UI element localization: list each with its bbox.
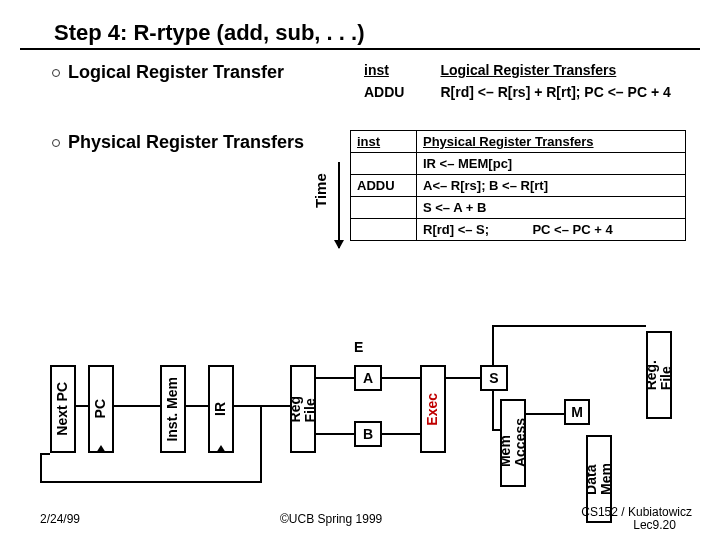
- bullet-marker-icon: [52, 69, 60, 77]
- slide-title: Step 4: R-rtype (add, sub, . . .): [54, 20, 364, 46]
- phys-r2-c1: S <– A + B: [417, 197, 686, 219]
- bullet-marker-icon: [52, 139, 60, 147]
- s-label: S: [489, 370, 498, 386]
- wire: [492, 391, 494, 429]
- phys-r3-c1: R[rd] <– S; PC <– PC + 4: [417, 219, 686, 241]
- b-register: B: [354, 421, 382, 447]
- a-label: A: [363, 370, 373, 386]
- wire: [40, 453, 42, 481]
- wire: [526, 413, 564, 415]
- phys-col-inst: inst: [351, 131, 417, 153]
- logical-col-desc: Logical Register Transfers: [434, 60, 676, 80]
- a-register: A: [354, 365, 382, 391]
- phys-r1-c1: A<– R[rs]; B <– R[rt]: [417, 175, 686, 197]
- reg-file-label: Reg File: [288, 396, 319, 422]
- wire: [382, 433, 420, 435]
- m-label: M: [571, 404, 583, 420]
- phys-r3-c0: [351, 219, 417, 241]
- wire: [492, 325, 494, 365]
- logical-row-inst: ADDU: [358, 82, 410, 102]
- wire: [260, 405, 262, 481]
- wire: [492, 325, 646, 327]
- bullet-logical-text: Logical Register Transfer: [68, 62, 284, 82]
- ir-label: IR: [213, 402, 228, 416]
- s-register: S: [480, 365, 508, 391]
- wire: [446, 377, 480, 379]
- phys-r1-c0: ADDU: [351, 175, 417, 197]
- reg-file-wb-label: Reg. File: [644, 360, 675, 390]
- logical-col-inst: inst: [358, 60, 410, 80]
- ir-block: IR: [208, 365, 234, 453]
- bullet-logical: Logical Register Transfer: [52, 62, 284, 83]
- wire: [316, 377, 354, 379]
- mem-access-block: Mem Access: [500, 399, 526, 487]
- exec-label: Exec: [425, 393, 440, 426]
- inst-mem-block: Inst. Mem: [160, 365, 186, 453]
- inst-mem-label: Inst. Mem: [165, 377, 180, 442]
- wire: [114, 405, 160, 407]
- reg-file-block: Reg File: [290, 365, 316, 453]
- next-pc-label: Next PC: [55, 382, 70, 436]
- e-label: E: [354, 339, 363, 355]
- wire: [186, 405, 208, 407]
- footer-copyright: ©UCB Spring 1999: [280, 512, 382, 526]
- bullet-physical: Physical Register Transfers: [52, 132, 304, 153]
- phys-col-desc: Physical Register Transfers: [417, 131, 686, 153]
- footer-course: CS152 / Kubiatowicz Lec9.20: [581, 506, 692, 532]
- logical-row-desc: R[rd] <– R[rs] + R[rt]; PC <– PC + 4: [434, 82, 676, 102]
- pc-label: PC: [93, 399, 108, 418]
- exec-block: Exec: [420, 365, 446, 453]
- clock-wedge-icon: [216, 445, 226, 453]
- wire: [40, 481, 262, 483]
- wire: [40, 453, 50, 455]
- next-pc-block: Next PC: [50, 365, 76, 453]
- logical-transfer-table: inst Logical Register Transfers ADDU R[r…: [356, 58, 679, 104]
- title-underline: [20, 48, 700, 50]
- time-arrow-icon: [338, 162, 340, 248]
- pc-block: PC: [88, 365, 114, 453]
- data-mem-label: Data Mem: [584, 463, 615, 495]
- phys-r2-c0: [351, 197, 417, 219]
- bullet-physical-text: Physical Register Transfers: [68, 132, 304, 152]
- time-axis-label: Time: [312, 173, 329, 208]
- wire: [492, 429, 500, 431]
- wire: [382, 377, 420, 379]
- footer-date: 2/24/99: [40, 512, 80, 526]
- wire: [316, 433, 354, 435]
- phys-r0-c1: IR <– MEM[pc]: [417, 153, 686, 175]
- phys-r0-c0: [351, 153, 417, 175]
- reg-file-wb-block: Reg. File: [646, 331, 672, 419]
- b-label: B: [363, 426, 373, 442]
- footer-right-line2: Lec9.20: [581, 518, 676, 532]
- mem-access-label: Mem Access: [498, 418, 529, 467]
- clock-wedge-icon: [96, 445, 106, 453]
- wire: [76, 405, 88, 407]
- footer-right-line1: CS152 / Kubiatowicz: [581, 505, 692, 519]
- m-register: M: [564, 399, 590, 425]
- physical-transfer-table: inst Physical Register Transfers IR <– M…: [350, 130, 686, 241]
- datapath-diagram: Next PC PC Inst. Mem IR Reg File E A B E…: [40, 325, 680, 485]
- wire: [234, 405, 290, 407]
